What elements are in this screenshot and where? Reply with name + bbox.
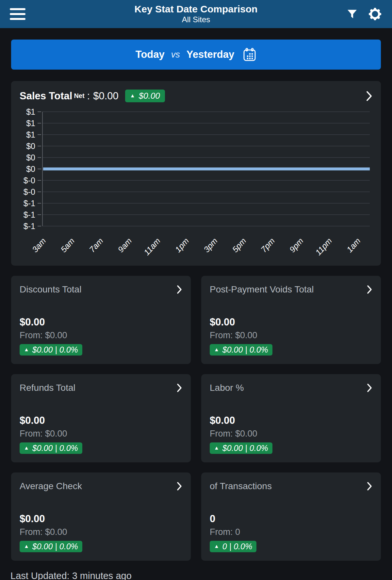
sales-chart: $1$1$1$0$0$0$-0$-0$-1$-1$-13am5am7am9am1… — [20, 107, 372, 262]
stat-value: 0 — [210, 513, 372, 525]
up-arrow-icon: ▲ — [214, 347, 219, 352]
chevron-right-icon[interactable] — [367, 285, 372, 294]
svg-text:3am: 3am — [30, 236, 47, 254]
chevron-right-icon[interactable] — [367, 481, 372, 491]
stat-value: $0.00 — [210, 415, 372, 426]
date-secondary-label: Yesterday — [187, 49, 235, 60]
menu-icon[interactable] — [10, 8, 25, 20]
app-bar: Key Stat Date Comparison All Sites — [0, 0, 392, 28]
up-arrow-icon: ▲ — [214, 544, 219, 549]
svg-text:5am: 5am — [59, 236, 76, 254]
vs-label: vs — [171, 50, 180, 60]
svg-text:7pm: 7pm — [259, 236, 276, 254]
date-comparison-banner[interactable]: Today vs Yesterday — [11, 40, 381, 70]
stat-title: Post-Payment Voids Total — [210, 284, 314, 295]
stats-grid: Discounts Total $0.00 From: $0.00 ▲ $0.0… — [11, 276, 381, 561]
svg-text:1am: 1am — [345, 236, 362, 254]
stat-title: Labor % — [210, 383, 244, 393]
chevron-right-icon[interactable] — [367, 383, 372, 393]
stat-from-value: From: $0.00 — [20, 330, 182, 340]
stat-card-average-check[interactable]: Average Check $0.00 From: $0.00 ▲ $0.00 … — [11, 472, 191, 561]
stat-title: Refunds Total — [20, 383, 75, 393]
sales-change-badge: ▲ $0.00 — [125, 90, 165, 102]
svg-text:$1: $1 — [26, 130, 35, 139]
svg-text:1pm: 1pm — [173, 236, 190, 254]
stat-change-badge: ▲ $0.00 | 0.0% — [20, 344, 82, 356]
svg-text:7am: 7am — [87, 236, 105, 254]
sales-change-text: $0.00 — [139, 91, 160, 101]
page-title: Key Stat Date Comparison — [0, 4, 392, 14]
stat-value: $0.00 — [20, 415, 182, 426]
svg-text:9pm: 9pm — [287, 236, 305, 254]
stat-from-value: From: $0.00 — [20, 527, 182, 537]
stat-change-text: $0.00 | 0.0% — [32, 542, 78, 551]
stat-value: $0.00 — [20, 513, 182, 525]
stat-change-badge: ▲ $0.00 | 0.0% — [210, 344, 272, 356]
stat-from-value: From: $0.00 — [210, 330, 372, 340]
svg-text:$1: $1 — [26, 119, 35, 128]
stat-change-badge: ▲ $0.00 | 0.0% — [20, 541, 82, 552]
stat-title: of Transactions — [210, 481, 272, 491]
svg-text:11am: 11am — [142, 236, 162, 257]
stat-title: Average Check — [20, 481, 82, 491]
stat-change-text: $0.00 | 0.0% — [222, 345, 268, 355]
svg-text:11pm: 11pm — [314, 236, 334, 257]
stat-card-post-payment-voids-total[interactable]: Post-Payment Voids Total $0.00 From: $0.… — [201, 276, 381, 364]
stat-change-text: $0.00 | 0.0% — [32, 443, 78, 453]
svg-text:$-0: $-0 — [24, 176, 35, 185]
chevron-right-icon[interactable] — [176, 383, 182, 393]
stat-change-text: $0.00 | 0.0% — [32, 345, 78, 355]
stat-title: Discounts Total — [20, 284, 81, 295]
up-arrow-icon: ▲ — [24, 544, 29, 549]
sales-net-superscript: Net — [74, 92, 84, 100]
chevron-right-icon[interactable] — [366, 91, 372, 102]
sales-total-card: Sales Total Net : $0.00 ▲ $0.00 $1$1$1$0… — [11, 81, 381, 266]
svg-text:3pm: 3pm — [202, 236, 219, 254]
svg-text:$-1: $-1 — [24, 199, 35, 208]
chevron-right-icon[interactable] — [176, 481, 182, 491]
app-bar-actions — [346, 7, 382, 21]
filter-icon[interactable] — [346, 8, 359, 21]
svg-text:$-1: $-1 — [24, 210, 35, 219]
stat-card-refunds-total[interactable]: Refunds Total $0.00 From: $0.00 ▲ $0.00 … — [11, 374, 191, 462]
chevron-right-icon[interactable] — [176, 285, 182, 294]
up-arrow-icon: ▲ — [24, 347, 29, 352]
app-bar-titles: Key Stat Date Comparison All Sites — [0, 4, 392, 25]
stat-change-badge: ▲ $0.00 | 0.0% — [210, 442, 272, 454]
up-arrow-icon: ▲ — [130, 93, 135, 98]
sales-separator: : — [87, 90, 90, 102]
svg-text:9am: 9am — [116, 236, 133, 254]
stat-change-text: $0.00 | 0.0% — [222, 443, 268, 453]
svg-text:$0: $0 — [26, 141, 35, 151]
stat-change-badge: ▲ $0.00 | 0.0% — [20, 442, 82, 454]
calendar-icon — [243, 47, 256, 62]
svg-text:$-1: $-1 — [24, 222, 35, 231]
svg-text:$0: $0 — [26, 164, 35, 174]
sales-value: $0.00 — [93, 90, 119, 102]
stat-value: $0.00 — [20, 316, 182, 328]
stat-from-value: From: $0.00 — [210, 429, 372, 439]
stat-change-text: 0 | 0.0% — [222, 542, 252, 551]
sales-card-title: Sales Total — [20, 90, 72, 102]
stat-card-discounts-total[interactable]: Discounts Total $0.00 From: $0.00 ▲ $0.0… — [11, 276, 191, 364]
stat-card-labor-percent[interactable]: Labor % $0.00 From: $0.00 ▲ $0.00 | 0.0% — [201, 374, 381, 462]
sales-card-header: Sales Total Net : $0.00 ▲ $0.00 — [20, 90, 372, 102]
stat-card-transactions[interactable]: of Transactions 0 From: 0 ▲ 0 | 0.0% — [201, 472, 381, 561]
up-arrow-icon: ▲ — [214, 445, 219, 451]
svg-text:$0: $0 — [26, 153, 35, 162]
stat-value: $0.00 — [210, 316, 372, 328]
up-arrow-icon: ▲ — [24, 445, 29, 451]
last-updated-text: Last Updated: 3 minutes ago — [10, 571, 392, 580]
gear-icon[interactable] — [368, 7, 382, 21]
svg-text:$1: $1 — [26, 107, 35, 116]
page-subtitle: All Sites — [0, 15, 392, 24]
svg-text:$-0: $-0 — [24, 187, 35, 196]
svg-text:5pm: 5pm — [230, 236, 248, 254]
stat-from-value: From: 0 — [210, 527, 372, 537]
stat-from-value: From: $0.00 — [20, 429, 182, 439]
date-primary-label: Today — [136, 49, 165, 60]
stat-change-badge: ▲ 0 | 0.0% — [210, 541, 256, 552]
